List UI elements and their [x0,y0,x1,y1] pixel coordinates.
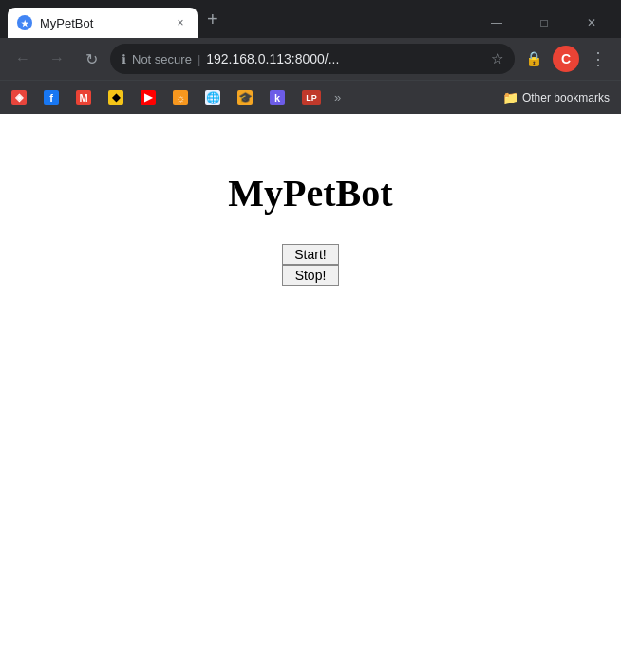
bookmark-icon-4: ◆ [108,90,123,105]
bookmark-icon-3: M [76,90,91,105]
tab-title: MyPetBot [40,16,165,30]
bookmark-item-10[interactable]: LP [294,84,329,111]
svg-text:★: ★ [21,19,29,28]
button-container: Start! Stop! [282,244,339,286]
bookmark-icon-5: ▶ [141,90,156,105]
forward-button[interactable]: → [42,44,72,74]
security-icon: ℹ [122,52,126,66]
bookmark-item-5[interactable]: ▶ [133,84,163,111]
maximize-button[interactable]: □ [522,8,566,38]
bookmark-icon-10: LP [302,90,321,105]
other-bookmarks-label: Other bookmarks [522,91,610,104]
chrome-menu-button[interactable]: ⋮ [583,44,613,74]
bookmark-item-6[interactable]: ☼ [165,84,196,111]
reload-icon: ↻ [85,50,98,68]
address-input[interactable]: ℹ Not secure | 192.168.0.113:8000/... ☆ [110,44,515,74]
close-button[interactable]: ✕ [570,8,613,38]
bookmark-icon-7: 🌐 [205,90,220,105]
forward-icon: → [49,50,65,67]
stop-button[interactable]: Stop! [282,265,339,286]
bookmark-item-2[interactable]: f [36,84,66,111]
bookmark-icon-9: k [270,90,285,105]
bookmark-star-icon[interactable]: ☆ [491,50,503,67]
not-secure-label: Not secure [132,52,192,66]
page-content: MyPetBot Start! Stop! [0,114,621,672]
bookmark-item-4[interactable]: ◆ [101,84,131,111]
address-separator: | [198,52,200,66]
bookmark-icon-8: 🎓 [237,90,253,105]
tab-favicon: ★ [17,15,32,30]
bookmark-item-8[interactable]: 🎓 [230,84,260,111]
other-bookmarks-button[interactable]: 📁 Other bookmarks [495,84,617,111]
page-title: MyPetBot [228,171,392,215]
new-tab-button[interactable]: + [198,9,228,28]
bookmark-icon-2: f [44,90,59,105]
folder-icon: 📁 [502,90,518,105]
bookmark-item-7[interactable]: 🌐 [198,84,228,111]
tab-area: ★ MyPetBot × + [8,0,475,38]
lock-icon: 🔒 [525,50,543,67]
bookmarks-bar: ◈ f M ◆ ▶ ☼ 🌐 🎓 k LP » 📁 Ot [0,80,621,114]
profile-button[interactable]: C [553,46,579,72]
tab-close-button[interactable]: × [173,15,188,30]
bookmark-item-3[interactable]: M [68,84,99,111]
bookmark-icon-1: ◈ [11,90,27,105]
browser-chrome: ★ MyPetBot × + — □ ✕ ← → ↻ ℹ Not secure … [0,0,621,114]
reload-button[interactable]: ↻ [76,44,106,74]
back-button[interactable]: ← [8,44,38,74]
start-button[interactable]: Start! [282,244,339,265]
back-icon: ← [15,50,30,67]
minimize-button[interactable]: — [475,8,518,38]
bookmark-icon-6: ☼ [173,90,188,105]
window-controls: — □ ✕ [475,0,613,38]
url-text: 192.168.0.113:8000/... [206,51,481,66]
active-tab[interactable]: ★ MyPetBot × [8,8,198,38]
title-bar: ★ MyPetBot × + — □ ✕ [0,0,621,38]
bookmark-item-1[interactable]: ◈ [4,84,34,111]
address-bar: ← → ↻ ℹ Not secure | 192.168.0.113:8000/… [0,38,621,80]
bookmark-item-9[interactable]: k [262,84,292,111]
lock-button[interactable]: 🔒 [518,44,549,74]
more-bookmarks-button[interactable]: » [330,90,345,104]
